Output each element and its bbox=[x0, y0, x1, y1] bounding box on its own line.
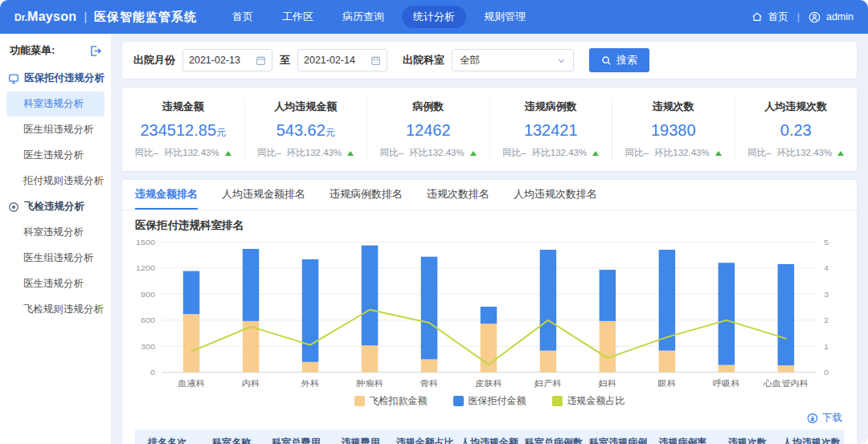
chart-legend: 飞检扣款金额 医保拒付金额 违规金额占比 bbox=[122, 392, 857, 409]
kpi-value: 234512.85 bbox=[140, 121, 216, 139]
col-per-capita-count: 人均违规次数 bbox=[780, 430, 844, 444]
col-violation-case-rate: 违规病例率 bbox=[650, 430, 714, 444]
sidebar-item-refusal-rule-violation[interactable]: 拒付规则违规分析 bbox=[6, 169, 104, 193]
sidebar-item-dept-violation-2[interactable]: 科室违规分析 bbox=[6, 220, 104, 245]
chevron-down-icon bbox=[557, 56, 566, 65]
svg-text:眼科: 眼科 bbox=[658, 378, 677, 387]
col-dept-total-fee: 科室总费用 bbox=[264, 430, 328, 444]
logo-name: Mayson bbox=[27, 10, 76, 24]
col-violation-count: 违规次数 bbox=[715, 430, 780, 444]
legend-swatch-blue bbox=[453, 396, 464, 406]
department-ranking-chart: 030060090012001500012345血液科内科外科肿瘤科骨科皮肤科妇… bbox=[125, 234, 854, 392]
kpi-yoy: 同比– bbox=[625, 147, 649, 159]
nav-item-rule-management[interactable]: 规则管理 bbox=[473, 6, 537, 28]
col-violation-ratio: 违规金额占比 bbox=[393, 430, 457, 444]
legend-swatch-orange bbox=[354, 396, 365, 406]
date-to-input[interactable]: 2021-02-14 bbox=[297, 49, 387, 71]
logo-prefix: Dr. bbox=[14, 12, 27, 23]
search-button-label: 搜索 bbox=[616, 53, 637, 67]
sidebar-item-flight-rule-violation[interactable]: 飞检规则违规分析 bbox=[6, 297, 104, 322]
main-content: 出院月份 2021-02-13 至 2021-02-14 出院科室 全部 bbox=[111, 34, 868, 444]
sidebar-group-label: 飞检违规分析 bbox=[24, 200, 84, 214]
department-select[interactable]: 全部 bbox=[452, 49, 574, 71]
nav-item-statistics[interactable]: 统计分析 bbox=[402, 6, 466, 28]
svg-text:1: 1 bbox=[824, 342, 829, 350]
svg-text:外科: 外科 bbox=[301, 378, 320, 387]
nav-item-record-query[interactable]: 病历查询 bbox=[331, 6, 395, 28]
legend-label: 医保拒付金额 bbox=[469, 394, 526, 408]
discharge-month-label: 出院月份 bbox=[133, 53, 175, 67]
svg-text:骨科: 骨科 bbox=[420, 378, 439, 387]
chart-title: 医保拒付违规科室排名 bbox=[122, 210, 857, 234]
kpi-violation-case-count: 违规病例数 132421 同比–环比132.43% bbox=[490, 98, 613, 161]
sidebar-item-doctor-violation-1[interactable]: 医生违规分析 bbox=[6, 143, 104, 168]
department-select-value: 全部 bbox=[460, 54, 480, 67]
download-link[interactable]: 下载 bbox=[122, 409, 857, 428]
sidebar-group-header-flight[interactable]: 飞检违规分析 bbox=[6, 194, 104, 219]
sidebar-item-doctor-violation-2[interactable]: 医生违规分析 bbox=[6, 271, 104, 296]
kpi-violation-amount: 违规金额 234512.85元 同比–环比132.43% bbox=[122, 98, 245, 161]
svg-text:心血管内科: 心血管内科 bbox=[763, 378, 809, 387]
up-arrow-icon bbox=[715, 151, 722, 156]
navbar-home-link[interactable]: 首页 bbox=[768, 10, 788, 24]
col-dept-name: 科室名称 bbox=[199, 430, 264, 444]
system-title: 医保智能监管系统 bbox=[94, 10, 197, 25]
tab-violation-case-rank[interactable]: 违规病例数排名 bbox=[330, 180, 403, 210]
legend-violation-ratio[interactable]: 违规金额占比 bbox=[552, 394, 625, 408]
analysis-panel: 违规金额排名 人均违规金额排名 违规病例数排名 违规次数排名 人均违规次数排名 … bbox=[121, 179, 858, 444]
logo-separator: | bbox=[84, 10, 87, 23]
kpi-value: 19380 bbox=[651, 121, 696, 139]
navbar-username[interactable]: admin bbox=[826, 11, 854, 22]
kpi-label: 违规次数 bbox=[616, 100, 731, 114]
search-button[interactable]: 搜索 bbox=[589, 48, 649, 72]
nav-item-workspace[interactable]: 工作区 bbox=[271, 6, 325, 28]
kpi-yoy: 同比– bbox=[257, 147, 280, 159]
legend-label: 飞检扣款金额 bbox=[370, 394, 428, 408]
svg-text:1200: 1200 bbox=[136, 264, 155, 272]
sidebar-item-doctor-group-violation-1[interactable]: 医生组违规分析 bbox=[6, 117, 104, 142]
main-nav: 首页 工作区 病历查询 统计分析 规则管理 bbox=[221, 6, 537, 28]
col-dept-violation-cases: 科室违规病例 bbox=[586, 430, 650, 444]
kpi-mom: 环比132.43% bbox=[409, 147, 464, 159]
download-label: 下载 bbox=[822, 411, 842, 425]
legend-insurance-refusal[interactable]: 医保拒付金额 bbox=[453, 394, 526, 408]
kpi-per-capita-violation-count: 人均违规次数 0.23 同比–环比132.43% bbox=[735, 98, 858, 161]
sidebar-item-doctor-group-violation-2[interactable]: 医生组违规分析 bbox=[6, 246, 104, 271]
kpi-mom: 环比132.43% bbox=[287, 147, 342, 159]
target-circle-icon bbox=[8, 202, 19, 213]
tab-per-capita-count-rank[interactable]: 人均违规次数排名 bbox=[514, 180, 597, 210]
monitor-grid-icon bbox=[8, 73, 19, 84]
date-from-input[interactable]: 2021-02-13 bbox=[182, 49, 272, 71]
kpi-yoy: 同比– bbox=[380, 147, 403, 159]
table-header-row: 排名名次 科室名称 科室总费用 违规费用 违规金额占比 人均违规金额 科室总病例… bbox=[135, 430, 844, 444]
sidebar-group-flight-inspection: 飞检违规分析 科室违规分析 医生组违规分析 医生违规分析 飞检规则违规分析 bbox=[6, 194, 104, 322]
legend-flight-deduction[interactable]: 飞检扣款金额 bbox=[354, 394, 428, 408]
svg-text:3: 3 bbox=[824, 290, 829, 298]
kpi-mom: 环比132.43% bbox=[164, 147, 219, 159]
svg-text:呼吸科: 呼吸科 bbox=[713, 378, 740, 387]
ranking-table-wrap: 排名名次 科室名称 科室总费用 违规费用 违规金额占比 人均违规金额 科室总病例… bbox=[122, 428, 857, 444]
tab-violation-amount-rank[interactable]: 违规金额排名 bbox=[135, 180, 198, 210]
ranking-table: 排名名次 科室名称 科室总费用 违规费用 违规金额占比 人均违规金额 科室总病例… bbox=[135, 430, 844, 444]
calendar-icon bbox=[256, 55, 266, 66]
kpi-mom: 环比132.43% bbox=[777, 147, 832, 159]
sidebar-group-header-insurance[interactable]: 医保拒付违规分析 bbox=[6, 66, 104, 91]
legend-label: 违规金额占比 bbox=[567, 394, 625, 408]
svg-text:600: 600 bbox=[141, 316, 155, 324]
sidebar-item-dept-violation-1[interactable]: 科室违规分析 bbox=[6, 92, 104, 116]
kpi-mom: 环比132.43% bbox=[654, 147, 709, 159]
up-arrow-icon bbox=[470, 151, 477, 156]
tab-violation-count-rank[interactable]: 违规次数排名 bbox=[427, 180, 489, 210]
kpi-cards: 违规金额 234512.85元 同比–环比132.43% 人均违规金额 543.… bbox=[121, 87, 858, 172]
sidebar-group-insurance-refusal: 医保拒付违规分析 科室违规分析 医生组违规分析 医生违规分析 拒付规则违规分析 bbox=[6, 66, 104, 193]
tab-per-capita-amount-rank[interactable]: 人均违规金额排名 bbox=[222, 180, 305, 210]
nav-item-home[interactable]: 首页 bbox=[221, 6, 264, 28]
svg-text:内科: 内科 bbox=[242, 378, 260, 387]
date-from-value: 2021-02-13 bbox=[189, 55, 240, 66]
ranking-tabs: 违规金额排名 人均违规金额排名 违规病例数排名 违规次数排名 人均违规次数排名 bbox=[122, 180, 857, 210]
collapse-sidebar-icon[interactable] bbox=[89, 45, 101, 57]
kpi-value: 543.62 bbox=[276, 121, 326, 139]
col-dept-total-cases: 科室总病例数 bbox=[522, 430, 586, 444]
up-arrow-icon bbox=[225, 151, 231, 156]
date-to-value: 2021-02-14 bbox=[304, 55, 355, 66]
